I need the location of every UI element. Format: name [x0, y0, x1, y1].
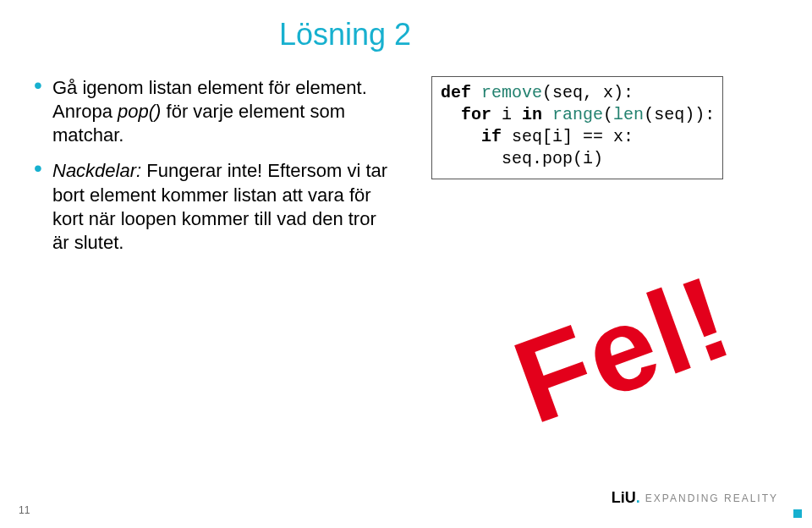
- logo-tagline: EXPANDING REALITY: [645, 492, 778, 504]
- code-block: def remove(seq, x): for i in range(len(s…: [431, 76, 723, 179]
- code-text: (seq, x):: [542, 83, 634, 102]
- code-text: seq[i] == x:: [502, 127, 634, 146]
- corner-square-icon: [793, 509, 802, 518]
- code-text: seq.pop(i): [441, 149, 603, 168]
- code-function: len: [613, 105, 644, 124]
- code-text: i: [491, 105, 522, 124]
- code-keyword: if: [481, 127, 502, 146]
- page-number: 11: [19, 504, 30, 516]
- list-item: Gå igenom listan element för element. An…: [34, 76, 398, 147]
- code-text: (seq)):: [644, 105, 715, 124]
- logo-dot-icon: .: [636, 489, 640, 506]
- page-title: Lösning 2: [279, 17, 778, 52]
- list-item: Nackdelar: Fungerar inte! Eftersom vi ta…: [34, 159, 398, 255]
- logo-text: LiU: [612, 489, 636, 506]
- code-function: remove: [481, 83, 542, 102]
- bullet-italic: Nackdelar:: [52, 160, 141, 181]
- logo-liu: LiU.: [612, 489, 640, 507]
- footer-logo: LiU. EXPANDING REALITY: [612, 489, 778, 507]
- bullet-italic: pop(): [118, 101, 161, 122]
- error-stamp: Fel!: [497, 248, 749, 451]
- code-column: def remove(seq, x): for i in range(len(s…: [431, 76, 723, 267]
- code-keyword: for: [461, 105, 491, 124]
- code-function: range: [552, 105, 603, 124]
- code-text: (: [603, 105, 613, 124]
- slide: Lösning 2 Gå igenom listan element för e…: [0, 0, 812, 528]
- content-columns: Gå igenom listan element för element. An…: [34, 76, 778, 267]
- code-keyword: in: [522, 105, 542, 124]
- bullet-list: Gå igenom listan element för element. An…: [34, 76, 398, 267]
- code-keyword: def: [441, 83, 471, 102]
